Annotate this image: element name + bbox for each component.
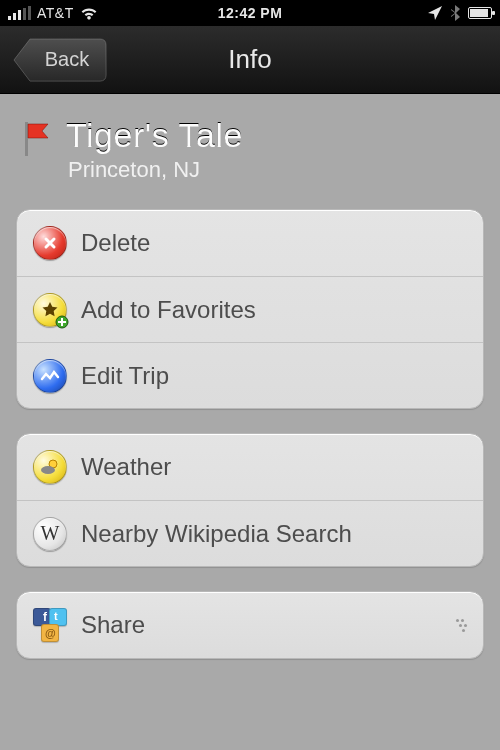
back-button-label: Back	[34, 37, 108, 83]
svg-rect-0	[25, 122, 28, 156]
nav-bar: Back Info	[0, 26, 500, 94]
edit-trip-label: Edit Trip	[81, 362, 169, 390]
favorites-row[interactable]: Add to Favorites	[17, 276, 483, 342]
delete-label: Delete	[81, 229, 150, 257]
wikipedia-icon: W	[33, 517, 67, 551]
share-icon	[33, 608, 67, 642]
trip-icon	[33, 359, 67, 393]
share-group: Share	[16, 591, 484, 659]
favorite-icon	[33, 293, 67, 327]
delete-icon	[33, 226, 67, 260]
actions-group: Delete Add to Favorites Edit Trip	[16, 209, 484, 409]
delete-row[interactable]: Delete	[17, 210, 483, 276]
share-label: Share	[81, 611, 145, 639]
weather-label: Weather	[81, 453, 171, 481]
wifi-icon	[80, 6, 98, 20]
back-button[interactable]: Back	[12, 37, 108, 83]
disclosure-icon	[456, 619, 467, 632]
place-subtitle: Princeton, NJ	[68, 157, 243, 183]
clock-label: 12:42 PM	[218, 5, 283, 21]
flag-icon	[22, 122, 52, 156]
favorites-label: Add to Favorites	[81, 296, 256, 324]
edit-trip-row[interactable]: Edit Trip	[17, 342, 483, 408]
wikipedia-row[interactable]: W Nearby Wikipedia Search	[17, 500, 483, 566]
svg-point-3	[41, 466, 55, 474]
status-bar: AT&T 12:42 PM	[0, 0, 500, 26]
bluetooth-icon	[450, 5, 460, 21]
weather-icon	[33, 450, 67, 484]
content: Tiger's Tale Princeton, NJ Delete Add to…	[0, 94, 500, 750]
place-title: Tiger's Tale	[66, 116, 243, 155]
wikipedia-label: Nearby Wikipedia Search	[81, 520, 352, 548]
battery-icon	[468, 7, 492, 19]
signal-icon	[8, 6, 31, 20]
share-row[interactable]: Share	[17, 592, 483, 658]
place-header: Tiger's Tale Princeton, NJ	[22, 116, 484, 183]
location-icon	[428, 6, 442, 20]
carrier-label: AT&T	[37, 5, 74, 21]
info-group: Weather W Nearby Wikipedia Search	[16, 433, 484, 567]
weather-row[interactable]: Weather	[17, 434, 483, 500]
